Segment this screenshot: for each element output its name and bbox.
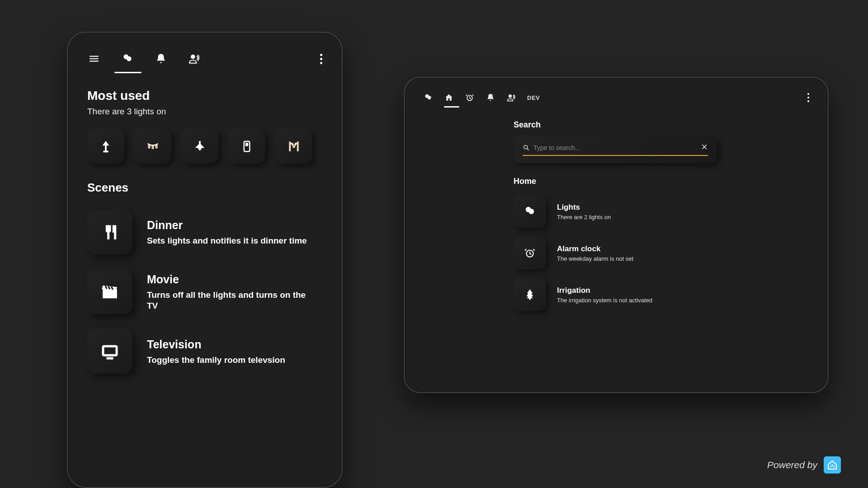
lights-tab-icon[interactable] <box>423 93 433 103</box>
device-chip[interactable] <box>181 129 218 164</box>
tree-icon <box>524 289 536 300</box>
bulb-group-icon <box>524 206 536 217</box>
alarm-clock-icon <box>524 247 536 259</box>
tablet-overflow-menu-icon[interactable] <box>807 93 809 102</box>
powered-by-text: Powered by <box>767 460 817 470</box>
home-item-name: Irrigation <box>557 286 652 295</box>
device-chip[interactable] <box>87 129 124 164</box>
dev-tab[interactable]: DEV <box>527 94 540 101</box>
home-item-name: Lights <box>557 203 611 212</box>
phone-panel: Most used There are 3 lights on Scenes D… <box>67 32 343 488</box>
device-chip[interactable] <box>228 129 265 164</box>
home-item[interactable]: Lights There are 2 lights on <box>514 195 717 228</box>
scene-desc: Sets lights and notifies it is dinner ti… <box>147 235 307 246</box>
home-item-desc: The weekday alarm is not set <box>557 255 633 262</box>
notifications-tab-icon[interactable] <box>154 52 168 66</box>
most-used-subtitle: There are 3 lights on <box>87 107 322 117</box>
scene-name: Television <box>147 338 285 351</box>
device-chip[interactable] <box>275 129 312 164</box>
active-tab-underline <box>114 72 142 73</box>
scene-name: Movie <box>147 273 314 286</box>
home-item-name: Alarm clock <box>557 244 633 253</box>
scene-tile <box>87 329 132 374</box>
scene-item[interactable]: Dinner Sets lights and notifies it is di… <box>87 210 322 254</box>
scene-item[interactable]: Movie Turns off all the lights and turns… <box>87 270 322 314</box>
home-item-tile <box>514 278 546 311</box>
home-item-tile <box>514 195 546 228</box>
scene-name: Dinner <box>147 219 307 232</box>
utensils-icon <box>101 223 119 241</box>
device-chip[interactable] <box>134 129 171 164</box>
scene-tile <box>87 270 132 314</box>
voice-tab-icon[interactable] <box>506 93 516 103</box>
phone-overflow-menu-icon[interactable] <box>320 54 322 64</box>
most-used-title: Most used <box>87 89 322 103</box>
voice-tab-icon[interactable] <box>188 52 201 66</box>
string-lights-icon <box>146 140 160 153</box>
home-tab-icon[interactable] <box>444 93 454 103</box>
scene-desc: Turns off all the lights and turns on th… <box>147 290 314 311</box>
alarm-tab-icon[interactable] <box>465 93 475 103</box>
wall-switch-icon <box>240 140 254 153</box>
active-tab-underline <box>444 106 459 108</box>
floor-lamp-icon <box>99 140 113 153</box>
tablet-tab-bar: DEV <box>423 89 809 106</box>
search-section-title: Search <box>514 120 717 130</box>
search-card <box>514 136 717 163</box>
powered-by-footer: Powered by <box>767 456 841 474</box>
home-item-tile <box>514 237 546 269</box>
scene-item[interactable]: Television Toggles the family room telev… <box>87 329 322 374</box>
search-icon <box>523 144 530 151</box>
outdoor-lamp-icon <box>287 140 301 153</box>
ceiling-light-icon <box>193 140 207 153</box>
clear-search-icon[interactable] <box>701 143 708 152</box>
home-item-desc: There are 2 lights on <box>557 214 611 221</box>
scene-tile <box>87 210 132 254</box>
scene-desc: Toggles the family room televsion <box>147 355 285 366</box>
tv-icon <box>101 343 119 361</box>
search-field[interactable] <box>523 143 708 156</box>
home-section-title: Home <box>514 177 717 186</box>
home-assistant-logo-icon <box>824 456 841 474</box>
home-item[interactable]: Irrigation The irrigation system is not … <box>514 278 717 311</box>
home-item-desc: The irrigation system is not activated <box>557 297 652 304</box>
lights-tab-icon[interactable] <box>121 52 134 66</box>
device-chip-row <box>87 129 322 164</box>
notifications-tab-icon[interactable] <box>486 93 495 103</box>
tablet-panel: DEV Search Home Lights There are 2 light… <box>404 77 829 393</box>
scenes-title: Scenes <box>87 181 322 195</box>
phone-tab-bar <box>87 47 322 70</box>
clapper-icon <box>101 283 119 301</box>
search-input[interactable] <box>533 144 697 151</box>
home-item[interactable]: Alarm clock The weekday alarm is not set <box>514 237 717 269</box>
menu-icon[interactable] <box>87 52 101 66</box>
